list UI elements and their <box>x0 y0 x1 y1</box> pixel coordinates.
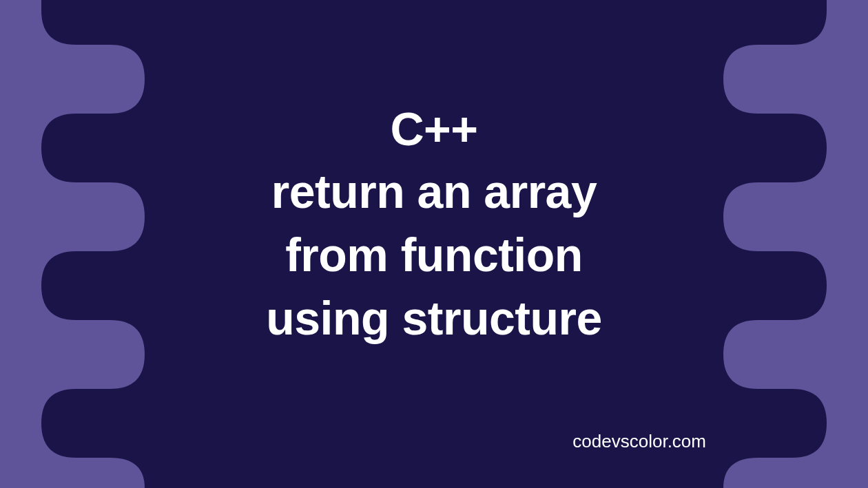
title-line-1: C++ <box>266 98 601 161</box>
title-line-3: from function <box>266 224 601 287</box>
title-line-4: using structure <box>266 287 601 350</box>
watermark-text: codevscolor.com <box>572 431 706 452</box>
title-block: C++ return an array from function using … <box>266 98 601 350</box>
title-line-2: return an array <box>266 160 601 224</box>
